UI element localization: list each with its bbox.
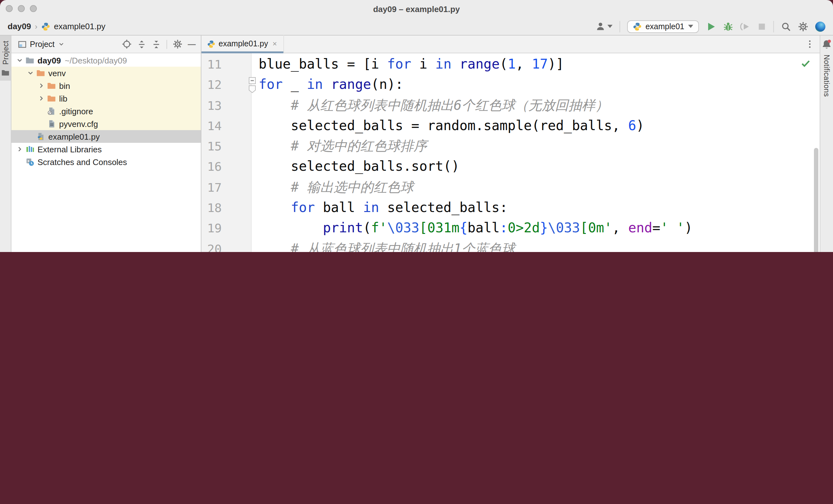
line-number: 16: [201, 156, 222, 177]
tree-item-label: day09: [38, 55, 61, 65]
code-line-11: 11blue_balls = [i for i in range(1, 17)]: [201, 54, 820, 75]
code-line-16: 16 selected_balls.sort(): [201, 156, 820, 177]
chevron-spacer: [15, 158, 24, 166]
tree-row-lib[interactable]: lib: [11, 92, 201, 105]
line-number: 20: [201, 238, 222, 252]
user-icon: [596, 22, 605, 31]
editor-code-area[interactable]: 11blue_balls = [i for i in range(1, 17)]…: [201, 53, 820, 252]
tree-item-label: venv: [48, 68, 66, 78]
inspections-ok-check-icon[interactable]: [801, 58, 811, 69]
pycharm-window: day09 – example01.py day09 › example01.p…: [0, 0, 833, 252]
code-line-14: 14 selected_balls = random.sample(red_ba…: [201, 116, 820, 136]
project-panel-header: Project —: [11, 35, 201, 53]
chevron-down-icon: [688, 25, 693, 28]
code-line-20: 20 # 从蓝色球列表中随机抽出1个蓝色球: [201, 238, 820, 252]
run-button[interactable]: [706, 21, 716, 31]
settings-button[interactable]: [798, 21, 808, 31]
scratches-icon: [25, 157, 34, 166]
chevron-down-icon[interactable]: [26, 69, 35, 77]
titlebar: day09 – example01.py: [0, 0, 833, 18]
editor-vertical-scrollbar[interactable]: [814, 148, 818, 252]
run-toolbar: example01: [596, 20, 833, 33]
user-account-button[interactable]: [596, 22, 613, 31]
file-cfg-icon: [47, 119, 56, 128]
search-everywhere-button[interactable]: [781, 21, 791, 31]
tree-item-label: bin: [59, 81, 70, 91]
chevron-down-icon[interactable]: [15, 56, 24, 64]
expand-all-button[interactable]: [137, 40, 146, 49]
code-line-13: 13 # 从红色球列表中随机抽出6个红色球（无放回抽样）: [201, 95, 820, 116]
tree-row-scratches-and-consoles[interactable]: Scratches and Consoles: [11, 155, 201, 168]
line-number: 18: [201, 197, 222, 218]
chevron-right-icon[interactable]: [37, 95, 46, 102]
window-title: day09 – example01.py: [0, 0, 833, 18]
code-line-12: 12for _ in range(n):: [201, 75, 820, 95]
notifications-stripe-label[interactable]: Notifications: [823, 55, 830, 97]
sidebar-item-project[interactable]: Project: [0, 35, 11, 81]
left-toolwindow-stripe: Project Structure Bookmarks: [0, 35, 11, 252]
editor: example01.py × 11blue_balls = [i for i i…: [201, 35, 820, 252]
tab-example01-py[interactable]: example01.py ×: [201, 35, 284, 53]
breadcrumb-project[interactable]: day09: [8, 22, 31, 31]
project-stripe-label: Project: [2, 41, 9, 65]
folder-orange-icon: [36, 69, 45, 77]
stop-button[interactable]: [757, 22, 766, 31]
tree-row--gitignore[interactable]: .gitignore: [11, 105, 201, 118]
tree-row-example01-py[interactable]: example01.py: [11, 130, 201, 143]
collapse-all-button[interactable]: [151, 40, 161, 49]
tree-item-label: lib: [59, 94, 67, 103]
tab-options-kebab-icon[interactable]: [805, 40, 814, 49]
main-toolbar: day09 › example01.py example01: [0, 18, 833, 35]
hide-panel-button[interactable]: —: [188, 40, 196, 49]
project-panel: Project — day09~/Desktop/day09venvbinlib…: [11, 35, 201, 252]
run-configuration-select[interactable]: example01: [627, 20, 699, 33]
python-icon: [633, 22, 642, 31]
chevron-spacer: [37, 107, 46, 115]
toolwindow-icon: [18, 40, 27, 49]
tree-row-external-libraries[interactable]: External Libraries: [11, 143, 201, 155]
ide-features-trainer-icon[interactable]: [815, 21, 825, 31]
breadcrumb: day09 › example01.py: [0, 22, 105, 31]
folder-gray-icon: [25, 56, 34, 65]
toolbar-divider: [166, 40, 167, 49]
code-line-19: 19 print(f'\033[031m{ball:0>2d}\033[0m',…: [201, 218, 820, 239]
project-tree: day09~/Desktop/day09venvbinlib.gitignore…: [11, 54, 201, 252]
close-tab-icon[interactable]: ×: [272, 40, 277, 48]
tree-row-day09[interactable]: day09~/Desktop/day09: [11, 54, 201, 67]
line-number: 19: [201, 218, 222, 239]
chevron-down-icon[interactable]: [58, 41, 65, 48]
tree-row-bin[interactable]: bin: [11, 79, 201, 92]
line-number: 11: [201, 54, 222, 75]
tree-item-label: Scratches and Consoles: [38, 157, 127, 167]
breadcrumb-file[interactable]: example01.py: [54, 22, 105, 31]
project-panel-title[interactable]: Project: [30, 40, 55, 49]
python-file-icon: [207, 40, 215, 48]
folder-orange-icon: [47, 94, 56, 103]
run-with-coverage-button[interactable]: [740, 21, 751, 31]
chevron-right-icon[interactable]: [37, 82, 46, 90]
file-py-icon: [36, 132, 45, 141]
code-lines: 11blue_balls = [i for i in range(1, 17)]…: [201, 53, 820, 252]
line-number: 15: [201, 136, 222, 156]
code-line-15: 15 # 对选中的红色球排序: [201, 136, 820, 156]
toolbar-divider: [619, 21, 620, 32]
tree-item-path: ~/Desktop/day09: [65, 55, 127, 65]
editor-tab-bar: example01.py ×: [201, 35, 820, 53]
debug-button[interactable]: [723, 21, 733, 31]
tree-row-pyvenv-cfg[interactable]: pyvenv.cfg: [11, 118, 201, 130]
panel-settings-button[interactable]: [172, 40, 182, 49]
ext-lib-icon: [25, 145, 34, 154]
fold-marker-icon[interactable]: [248, 77, 256, 94]
locate-file-button[interactable]: [122, 40, 131, 49]
python-file-icon: [41, 22, 50, 31]
line-number: 14: [201, 116, 222, 136]
line-number: 13: [201, 95, 222, 116]
chevron-spacer: [37, 120, 46, 128]
folder-orange-icon: [47, 81, 56, 90]
folder-icon: [1, 69, 9, 77]
tree-item-label: .gitignore: [59, 106, 93, 116]
tree-item-label: example01.py: [48, 132, 100, 141]
tree-row-venv[interactable]: venv: [11, 67, 201, 79]
chevron-right-icon[interactable]: [15, 145, 24, 153]
notifications-bell-icon[interactable]: [822, 40, 832, 50]
